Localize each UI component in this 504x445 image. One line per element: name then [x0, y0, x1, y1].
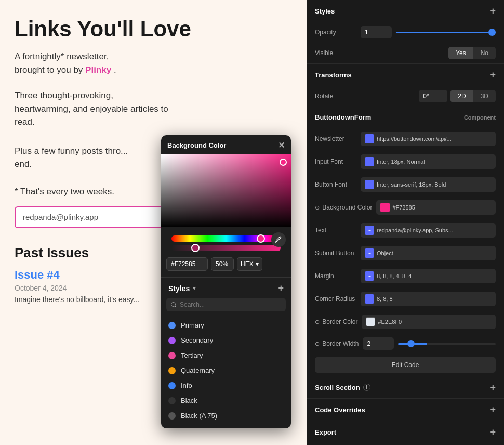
rp-margin-value[interactable]: ··· 8, 8, 8, 4, 8, 4 [361, 269, 496, 283]
rp-border-width-slider[interactable] [398, 343, 496, 345]
email-input-wrap[interactable] [15, 206, 165, 228]
rp-scroll-add-button[interactable]: + [490, 383, 496, 392]
sp-style-item[interactable]: Info [161, 378, 291, 393]
rp-input-font-text: Inter, 18px, Normal [377, 159, 425, 165]
rp-rotate-3d-button[interactable]: 3D [473, 90, 496, 102]
sp-title: Styles [168, 284, 190, 293]
sp-style-item[interactable]: Quaternary [161, 363, 291, 378]
rp-opacity-label: Opacity [315, 29, 356, 36]
desc1: Three thought-provoking,heartwarming, an… [15, 89, 292, 129]
rp-visible-label: Visible [315, 49, 356, 57]
rp-border-width-label: ⊙ Border Width [315, 340, 359, 347]
eyedropper-button[interactable] [271, 232, 286, 247]
rp-corner-value[interactable]: ··· 8, 8, 8 [361, 292, 496, 306]
sp-style-item[interactable]: Tertiary [161, 348, 291, 363]
sp-style-item[interactable]: Primary [161, 318, 291, 333]
rp-submit-value[interactable]: ··· Object [361, 246, 496, 260]
rp-text-row: Text ··· redpanda@plinky.app, Subs... [307, 219, 504, 242]
border-color-swatch [366, 317, 375, 326]
rp-visible-no-button[interactable]: No [473, 47, 496, 59]
input-font-dots-icon: ··· [365, 157, 374, 166]
sp-dot [168, 322, 176, 329]
left-panel: Links You'll Love A fortnightly* newslet… [0, 0, 307, 445]
sp-style-item[interactable]: Black (A 75) [161, 408, 291, 423]
rp-submit-label: Submit Button [315, 250, 356, 257]
rp-submit-row: Submit Button ··· Object [307, 242, 504, 265]
rp-transforms-title: Transforms [315, 71, 352, 79]
cp-hue-bar[interactable] [171, 235, 281, 242]
cp-title: Background Color [167, 141, 226, 149]
rp-button-font-value[interactable]: ··· Inter, sans-serif, 18px, Bold [361, 177, 496, 192]
sp-dot [168, 397, 176, 404]
newsletter-dots-icon: ··· [365, 134, 374, 143]
rp-code-overrides-add-button[interactable]: + [490, 405, 496, 414]
right-panel: Styles + Opacity Visible Yes No Transfor… [307, 0, 504, 445]
rp-opacity-slider[interactable] [396, 32, 496, 33]
subtitle-after: . [114, 65, 116, 75]
rp-border-width-input[interactable] [363, 337, 394, 350]
margin-dots-icon: ··· [365, 271, 374, 281]
rp-rotate-controls: 2D 3D [419, 90, 496, 102]
cp-hex-input[interactable] [166, 257, 208, 271]
rp-submit-text: Object [377, 250, 393, 256]
email-input[interactable] [23, 213, 157, 221]
cp-color-cursor [280, 159, 287, 166]
sp-dot [168, 367, 176, 374]
rp-transforms-header: Transforms + [307, 64, 504, 86]
cp-alpha-bar[interactable] [171, 245, 281, 251]
rp-border-color-label: ⊙ Border Color [315, 318, 357, 325]
rp-visible-row: Visible Yes No [307, 43, 504, 63]
rp-corner-row: Corner Radius ··· 8, 8, 8 [307, 287, 504, 310]
rp-styles-header: Styles + [307, 0, 504, 22]
rp-opacity-row: Opacity [307, 22, 504, 43]
cp-gradient[interactable] [161, 154, 291, 227]
rp-input-font-label: Input Font [315, 158, 356, 165]
rp-border-width-row: ⊙ Border Width [307, 333, 504, 354]
rp-input-font-value[interactable]: ··· Inter, 18px, Normal [361, 154, 496, 169]
rp-transforms-add-button[interactable]: + [490, 70, 496, 80]
sp-item-label: Info [181, 382, 192, 389]
rp-newsletter-text: https://buttondown.com/api/... [377, 136, 452, 142]
border-width-circle-icon: ⊙ [315, 341, 320, 347]
rp-styles-add-button[interactable]: + [490, 6, 496, 16]
rp-export-header: Export + [307, 421, 504, 443]
rp-rotate-label: Rotate [315, 93, 356, 100]
sp-style-item[interactable]: Secondary [161, 333, 291, 348]
cp-format-label: HEX [241, 260, 254, 268]
sp-style-item[interactable]: Black [161, 393, 291, 408]
sp-search-bar[interactable] [166, 298, 286, 311]
button-font-dots-icon: ··· [365, 180, 374, 189]
rp-corner-text: 8, 8, 8 [377, 296, 393, 302]
rp-bg-color-label: ⊙ Background Color [315, 204, 372, 211]
rp-newsletter-value[interactable]: ··· https://buttondown.com/api/... [361, 132, 496, 146]
rp-newsletter-row: Newsletter ··· https://buttondown.com/ap… [307, 127, 504, 150]
rp-edit-code-button[interactable]: Edit Code [315, 357, 496, 373]
eyedropper-icon [275, 236, 282, 243]
rp-transforms-section: Transforms + Rotate 2D 3D [307, 64, 504, 107]
sp-search-input[interactable] [180, 301, 282, 308]
rp-rotate-row: Rotate 2D 3D [307, 86, 504, 107]
svg-point-0 [171, 303, 176, 307]
rp-opacity-input[interactable] [361, 26, 392, 38]
rp-button-font-row: Button Font ··· Inter, sans-serif, 18px,… [307, 173, 504, 196]
rp-scroll-section: Scroll Section i + [307, 376, 504, 399]
rp-rotate-2d-button[interactable]: 2D [450, 90, 473, 102]
rp-code-overrides-title: Code Overrides [315, 406, 365, 414]
rp-rotate-input[interactable] [419, 90, 447, 102]
chevron-down-icon: ▾ [193, 285, 196, 292]
cp-format-select[interactable]: HEX ▾ [237, 257, 262, 271]
rp-visible-yes-button[interactable]: Yes [448, 47, 473, 59]
rp-export-section: Export + [307, 421, 504, 443]
rp-bg-color-value[interactable]: #F72585 [376, 200, 496, 215]
cp-close-button[interactable]: ✕ [278, 140, 285, 150]
sp-add-button[interactable]: + [278, 283, 284, 294]
rp-buttondown-header: ButtondownForm Component [307, 107, 504, 127]
sp-dot [168, 382, 176, 389]
rp-export-add-button[interactable]: + [490, 427, 496, 437]
rp-border-color-value[interactable]: #E2E8F0 [362, 315, 496, 329]
bg-color-swatch [380, 203, 390, 212]
rp-corner-label: Corner Radius [315, 295, 356, 303]
rp-text-value[interactable]: ··· redpanda@plinky.app, Subs... [361, 223, 496, 238]
cp-alpha-input[interactable] [211, 257, 234, 271]
rp-newsletter-label: Newsletter [315, 135, 356, 142]
